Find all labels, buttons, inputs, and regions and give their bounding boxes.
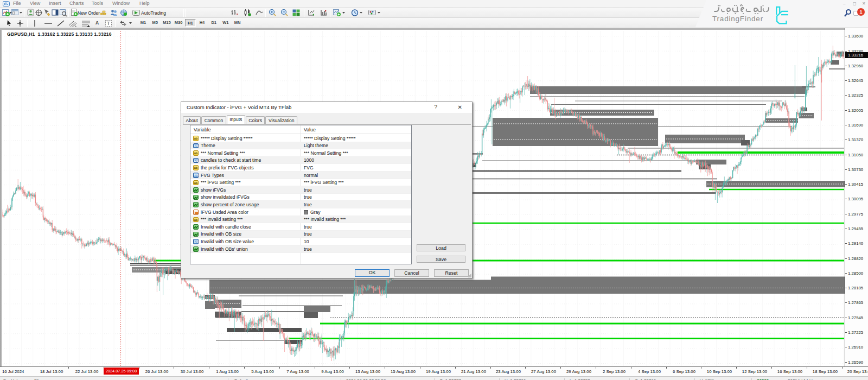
- svg-text:T: T: [107, 21, 110, 26]
